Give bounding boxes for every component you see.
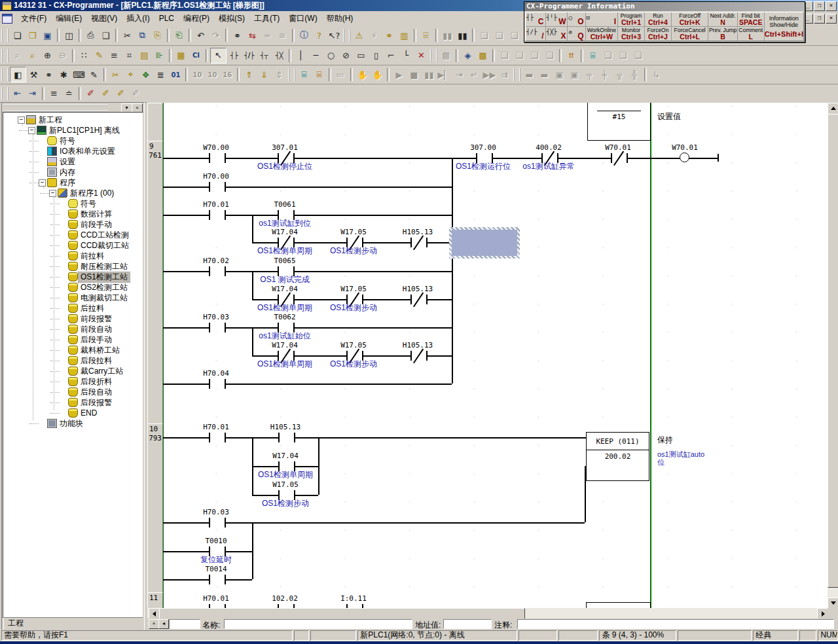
- menu-item-7[interactable]: 模拟(S): [214, 12, 249, 26]
- menu-item-10[interactable]: 帮助(H): [322, 12, 358, 26]
- fieldbar-index-field[interactable]: [169, 619, 200, 629]
- data-type-button[interactable]: CI: [189, 48, 204, 63]
- address-field[interactable]: [443, 619, 492, 629]
- contact-no[interactable]: [209, 210, 226, 220]
- instruction-box[interactable]: #15: [587, 103, 651, 141]
- paste-button[interactable]: ⎘: [150, 28, 165, 43]
- open-button[interactable]: ❒: [25, 28, 40, 43]
- toolbar-gripper[interactable]: [1, 68, 9, 81]
- copy-button[interactable]: ⧉: [135, 28, 150, 43]
- ladder-view-button[interactable]: ▤: [137, 48, 152, 63]
- coil-button[interactable]: ○: [323, 48, 338, 63]
- tree-expand-box[interactable]: −: [39, 179, 46, 187]
- toolbar-gripper[interactable]: [1, 49, 9, 62]
- zoom-region-button[interactable]: ⌕: [25, 48, 40, 63]
- ladder-selection-cursor[interactable]: [449, 227, 520, 259]
- tree-item-新PLC1[CP1H] 离线[interactable]: −新PLC1[CP1H] 离线: [3, 125, 141, 135]
- transfer-from-plc-button[interactable]: ⇓: [257, 67, 272, 82]
- paste-rung-button[interactable]: ⎗: [172, 28, 187, 43]
- tree-item-符号[interactable]: 符号: [3, 198, 141, 209]
- replace-button[interactable]: ⇆: [245, 28, 260, 43]
- tree-item-设置[interactable]: 设置: [3, 156, 141, 167]
- context-help-button[interactable]: ↖?: [327, 28, 342, 43]
- ladder-diagram[interactable]: #15KEEP (011)200.02W70.00307.01OS1检测停止位3…: [162, 103, 828, 608]
- fieldbar-close-button[interactable]: ×: [149, 619, 159, 629]
- output-coil[interactable]: [680, 152, 689, 162]
- tree-expand-box[interactable]: −: [49, 190, 56, 197]
- workspace-button[interactable]: ◧: [10, 67, 26, 82]
- menu-item-8[interactable]: 工具(T): [249, 12, 284, 26]
- tree-pane-close-button[interactable]: ×: [132, 103, 143, 113]
- tree-expand-box[interactable]: −: [28, 127, 35, 134]
- contact-nc-button[interactable]: ┤/├: [242, 48, 257, 63]
- transfer-to-plc-button[interactable]: ⇑: [242, 67, 257, 82]
- indent-right-button[interactable]: ⇥: [25, 86, 40, 101]
- info-window-title[interactable]: CX-Programmer Information: [524, 2, 805, 11]
- palette-window-button[interactable]: ✱: [56, 67, 71, 82]
- rung-comment-button[interactable]: ✎: [92, 48, 107, 63]
- work-online-button[interactable]: ⌸: [297, 67, 312, 82]
- pause-button[interactable]: ▮▮: [455, 28, 470, 43]
- overview-button[interactable]: ≣: [153, 67, 168, 82]
- fb-invoke-button[interactable]: ⌐: [384, 48, 399, 63]
- toolbar-gripper[interactable]: [1, 29, 9, 42]
- tree-expand-box[interactable]: −: [18, 116, 25, 124]
- vertical-scroll-thumb[interactable]: [828, 114, 838, 588]
- instruction-diff-button[interactable]: ▯: [369, 48, 384, 63]
- tree-item-CCD裁切工站[interactable]: CCD裁切工站: [3, 240, 141, 251]
- tree-item-后段自动[interactable]: 后段自动: [3, 387, 141, 397]
- instruction-box[interactable]: [586, 602, 651, 608]
- tree-item-符号[interactable]: 符号: [3, 135, 141, 146]
- statement-list-button[interactable]: ≡: [107, 48, 122, 63]
- tree-item-电测裁切工站[interactable]: 电测裁切工站: [3, 293, 141, 303]
- build-window-button[interactable]: ⚒: [26, 67, 41, 82]
- zoom-in-button[interactable]: ⊕: [40, 48, 55, 63]
- toolbar-gripper[interactable]: [343, 29, 350, 42]
- io-comment-view-button[interactable]: ❖: [138, 67, 153, 82]
- contact-no[interactable]: [209, 323, 226, 332]
- rung-margin[interactable]: 9761: [147, 141, 163, 425]
- fieldbar-prev-button[interactable]: ◂: [158, 619, 169, 629]
- tree-item-前拉料[interactable]: 前拉料: [3, 251, 141, 261]
- edit-tool-2-button[interactable]: ✐: [98, 86, 113, 101]
- io-comment-button[interactable]: ⌗: [122, 48, 137, 63]
- program-check-button[interactable]: ◈: [460, 48, 475, 63]
- save-button[interactable]: ▣: [40, 28, 55, 43]
- menu-item-9[interactable]: 窗口(W): [284, 12, 321, 26]
- rung-margin[interactable]: 10793: [147, 423, 163, 594]
- tree-item-前段手动[interactable]: 前段手动: [3, 219, 141, 230]
- tree-item-OS2检测工站[interactable]: OS2检测工站: [3, 282, 141, 293]
- memory-grid-button[interactable]: ▩: [475, 48, 490, 63]
- contact-nc[interactable]: [410, 238, 428, 247]
- tab-project[interactable]: 工程: [3, 618, 45, 630]
- find-report-button[interactable]: ⚭: [382, 28, 397, 43]
- tree-item-内存[interactable]: 内存: [3, 167, 141, 177]
- tree-item-新程序1 (00)[interactable]: −新程序1 (00): [3, 188, 141, 198]
- contact-no[interactable]: [209, 379, 226, 389]
- horizontal-line-button[interactable]: ─: [308, 48, 323, 63]
- vertical-scrollbar-track[interactable]: [828, 103, 838, 608]
- address-reference-button[interactable]: ⁝⁝: [564, 48, 579, 63]
- contact-no[interactable]: [209, 575, 226, 584]
- scroll-up-button[interactable]: [828, 103, 838, 115]
- tree-item-后段手动[interactable]: 后段手动: [3, 334, 141, 345]
- cut-button[interactable]: ✂: [120, 28, 135, 43]
- compile-button[interactable]: ⚠: [352, 28, 367, 43]
- menu-item-6[interactable]: 编程(P): [179, 12, 214, 26]
- about-button[interactable]: ⓘ: [297, 28, 312, 43]
- menu-item-2[interactable]: 编辑(E): [51, 12, 86, 26]
- tree-item-前段报警[interactable]: 前段报警: [3, 313, 141, 324]
- indent-left-button[interactable]: ⇤: [10, 86, 25, 101]
- tree-item-裁料桥工站[interactable]: 裁料桥工站: [3, 345, 141, 355]
- contact-no[interactable]: [209, 153, 226, 163]
- print-preview-button[interactable]: ❑: [98, 28, 113, 43]
- horizontal-scrollbar-track[interactable]: [147, 608, 828, 618]
- toolbar-gripper[interactable]: [513, 68, 520, 81]
- tree-pane-menu-button[interactable]: ▾: [121, 103, 132, 113]
- device-check-button[interactable]: ⌹: [418, 28, 433, 43]
- menu-item-3[interactable]: 视图(V): [86, 12, 122, 26]
- tree-item-程序[interactable]: −程序: [3, 177, 141, 188]
- menu-item-5[interactable]: PLC: [155, 12, 179, 24]
- print-options-button[interactable]: ◫: [62, 28, 77, 43]
- toolbar-gripper[interactable]: [1, 87, 9, 100]
